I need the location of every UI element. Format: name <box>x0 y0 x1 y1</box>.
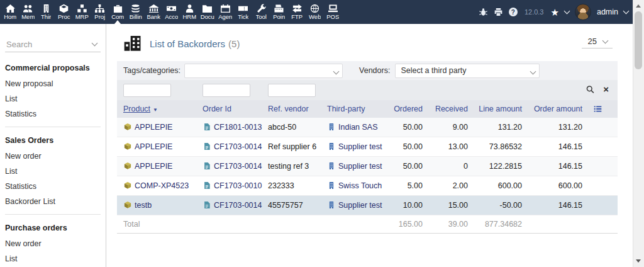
product-link[interactable]: testb <box>135 201 152 210</box>
ref-vendor-filter-input[interactable] <box>268 84 316 97</box>
tags-label: Tags/categories: <box>123 66 180 75</box>
menu-docu[interactable]: Docu <box>199 0 217 24</box>
third-party-link[interactable]: Supplier test <box>338 162 382 171</box>
sidebar-item-backorder-list[interactable]: Backorder List <box>5 194 101 209</box>
menu-proj[interactable]: Proj <box>91 0 109 24</box>
product-cube-icon <box>123 142 132 151</box>
record-count: (5) <box>228 38 240 49</box>
product-link[interactable]: APPLEPIE <box>135 162 172 171</box>
order-amount-cell: 146.15 <box>526 142 586 151</box>
product-link[interactable]: APPLEPIE <box>135 123 172 132</box>
order-id-link[interactable]: CF1703-0014 <box>214 142 262 151</box>
menu-tool[interactable]: Tool <box>252 0 270 24</box>
tags-select[interactable] <box>184 64 343 78</box>
menu-tick[interactable]: Tick <box>235 0 253 24</box>
projects-icon <box>94 4 105 13</box>
menu-poin[interactable]: Poin <box>270 0 289 24</box>
search-chevron-icon[interactable] <box>92 40 98 47</box>
home-icon <box>5 4 16 13</box>
user-avatar[interactable] <box>575 4 591 20</box>
received-cell: 2.00 <box>426 181 472 190</box>
sidebar-section-title[interactable]: Commercial proposals <box>5 61 101 76</box>
page-size-select[interactable]: 25 <box>582 35 613 48</box>
order-id-link[interactable]: CF1703-0010 <box>214 181 262 190</box>
column-header-order-amount[interactable]: Order amount <box>526 105 586 113</box>
third-party-link[interactable]: Supplier test <box>338 201 382 210</box>
clear-filters-icon[interactable]: × <box>603 83 609 96</box>
sidebar-item-list[interactable]: List <box>5 164 101 179</box>
order-id-link[interactable]: CF1801-0013 <box>214 123 262 132</box>
product-cube-icon <box>123 181 132 190</box>
vendors-select-chevron-icon <box>530 68 536 74</box>
order-id-link[interactable]: CF1703-0014 <box>214 162 262 171</box>
menu-com[interactable]: Com <box>109 0 127 24</box>
menu-mrp[interactable]: MRP <box>73 0 91 24</box>
menu-label: Tick <box>238 13 248 20</box>
bookmarks-star-icon[interactable]: ★ <box>551 8 559 17</box>
order-amount-cell: 600.00 <box>526 181 586 190</box>
debug-bug-icon[interactable] <box>479 8 488 16</box>
menu-hom[interactable]: Hom <box>1 0 19 24</box>
order-amount-cell: 146.15 <box>526 201 586 210</box>
menu-label: Thir <box>41 13 51 20</box>
sidebar-item-statistics[interactable]: Statistics <box>5 106 101 122</box>
column-header-ref-vendor[interactable]: Ref. vendor <box>268 105 327 113</box>
order-id-link[interactable]: CF1703-0014 <box>214 201 262 210</box>
menu-web[interactable]: Web <box>306 0 325 24</box>
scrollbar-thumb[interactable] <box>635 11 642 69</box>
order-id-filter-input[interactable] <box>203 84 250 97</box>
line-amount-cell: 122.2815 <box>472 162 526 171</box>
column-header-product[interactable]: Product <box>123 105 150 113</box>
product-link[interactable]: APPLEPIE <box>135 142 172 151</box>
third-party-link[interactable]: Indian SAS <box>338 123 378 132</box>
menu-mem[interactable]: Mem <box>19 0 38 24</box>
billing-icon <box>130 4 141 13</box>
third-party-link[interactable]: Supplier test <box>338 142 382 151</box>
vendors-select[interactable]: Select a third party <box>395 64 540 78</box>
column-header-order-id[interactable]: Order Id <box>203 105 268 113</box>
sidebar-section-title[interactable]: Purchase orders <box>5 221 101 236</box>
vertical-scrollbar <box>633 0 644 267</box>
sidebar-item-list[interactable]: List <box>5 251 101 266</box>
menu-acco[interactable]: Acco <box>163 0 181 24</box>
sidebar-section-commercial-proposals: Commercial proposalsNew proposalListStat… <box>5 55 101 127</box>
menu-label: Bank <box>147 13 160 20</box>
print-icon[interactable] <box>494 8 503 16</box>
product-filter-input[interactable] <box>123 84 171 97</box>
version-label: 12.0.3 <box>525 8 544 16</box>
sidebar-item-new-order[interactable]: New order <box>5 236 101 251</box>
main-menu: HomMemThirProcMRPProjComBillinBankAccoHR… <box>1 0 342 24</box>
table-row: APPLEPIECF1703-0014testing ref 3Supplier… <box>117 157 618 176</box>
menu-billin[interactable]: Billin <box>127 0 145 24</box>
sidebar-item-new-proposal[interactable]: New proposal <box>5 76 101 91</box>
menu-pos[interactable]: POS <box>324 0 342 24</box>
menu-ftp[interactable]: FTP <box>288 0 306 24</box>
bookmarks-chevron-icon[interactable] <box>564 8 570 14</box>
help-icon[interactable]: ? <box>509 8 518 16</box>
scroll-up-icon[interactable] <box>633 1 643 10</box>
menu-thir[interactable]: Thir <box>37 0 55 24</box>
search-icon[interactable] <box>586 85 595 94</box>
column-header-ordered[interactable]: Ordered <box>390 105 426 113</box>
sidebar-item-statistics[interactable]: Statistics <box>5 179 101 194</box>
line-amount-cell: 131.20 <box>472 123 526 132</box>
menu-label: Web <box>309 13 321 20</box>
menu-proc[interactable]: Proc <box>55 0 74 24</box>
sidebar-section-title[interactable]: Sales Orders <box>5 134 101 149</box>
column-header-third-party[interactable]: Third-party <box>327 105 390 113</box>
sort-desc-icon[interactable]: ▼ <box>153 107 158 113</box>
sidebar-item-new-order[interactable]: New order <box>5 149 101 164</box>
column-header-received[interactable]: Received <box>426 105 472 113</box>
sidebar-item-list[interactable]: List <box>5 91 101 106</box>
menu-hrm[interactable]: HRM <box>180 0 199 24</box>
vendors-label: Vendors: <box>359 66 390 75</box>
search-input[interactable] <box>5 37 89 52</box>
select-columns-icon[interactable] <box>593 105 602 113</box>
column-header-line-amount[interactable]: Line amount <box>472 105 526 113</box>
user-menu-chevron-icon[interactable] <box>623 8 630 14</box>
product-link[interactable]: COMP-XP4523 <box>135 181 189 190</box>
menu-agen[interactable]: Agen <box>216 0 235 24</box>
third-party-link[interactable]: Swiss Touch <box>338 181 382 190</box>
menu-bank[interactable]: Bank <box>145 0 163 24</box>
scroll-down-icon[interactable] <box>633 256 643 265</box>
